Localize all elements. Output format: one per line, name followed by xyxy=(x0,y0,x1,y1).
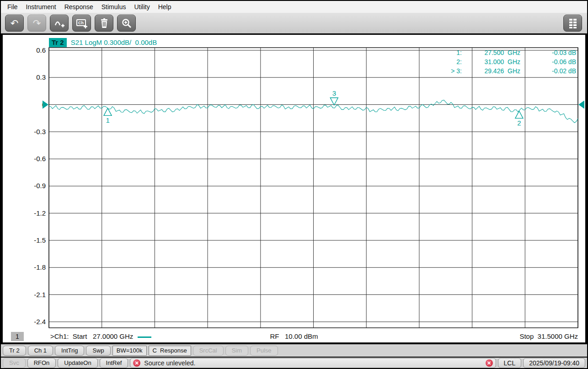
trace-badge[interactable]: Tr 2 xyxy=(49,38,67,47)
error-status-icon[interactable]: ✕ xyxy=(486,359,493,367)
start-frequency-label[interactable]: >Ch1: Start 27.0000 GHz xyxy=(50,332,151,340)
channel-window: 0.60.30-0.3-0.6-0.9-1.2-1.5-1.8-2.1-2.41… xyxy=(3,35,585,342)
stop-frequency-label[interactable]: Stop 31.5000 GHz xyxy=(519,332,578,340)
status-button-ch-1[interactable]: Ch 1 xyxy=(28,346,53,356)
marker-2-val: -0.06 dB xyxy=(520,57,576,66)
y-axis-tick-label: -0.9 xyxy=(34,182,46,190)
y-axis-tick-label: -0.6 xyxy=(34,155,46,163)
marker-readout: 1:27.500 GHz-0.03 dB2:31.000 GHz-0.06 dB… xyxy=(434,48,576,76)
measurement-plot[interactable]: 0.60.30-0.3-0.6-0.9-1.2-1.5-1.8-2.1-2.41… xyxy=(3,35,585,342)
menu-item-help[interactable]: Help xyxy=(158,3,171,11)
system-message-strip: ✕ Source unleveled. ✕ xyxy=(130,358,496,368)
status-button-inttrig[interactable]: IntTrig xyxy=(55,346,84,356)
y-axis-tick-label: -2.4 xyxy=(34,318,46,326)
undo-button[interactable]: ↶ xyxy=(5,15,24,32)
marker-3-label: 3 xyxy=(332,89,336,97)
add-channel-icon: Ch xyxy=(76,18,88,29)
menu-bar: FileInstrumentResponseStimulusUtilityHel… xyxy=(1,1,587,13)
layout-menu-button[interactable] xyxy=(563,15,582,32)
trash-icon xyxy=(99,18,109,28)
marker-2-num: 2: xyxy=(434,57,462,66)
marker-2-label: 2 xyxy=(517,119,521,127)
marker-2-freq: 31.000 GHz xyxy=(462,57,520,66)
marker-row-3: > 3:29.426 GHz-0.02 dB xyxy=(434,66,576,76)
status-button-rfon[interactable]: RFOn xyxy=(27,358,56,368)
status-button-bw-100k[interactable]: BW=100k xyxy=(112,346,147,356)
toolbar: ↶ ↷ Ch xyxy=(1,13,587,33)
status-button-intref[interactable]: IntRef xyxy=(100,358,128,368)
y-axis-tick-label: 0.6 xyxy=(36,46,46,54)
y-axis-tick-label: 0.3 xyxy=(36,73,46,81)
status-button-c-response[interactable]: C Response xyxy=(149,346,191,356)
menu-item-utility[interactable]: Utility xyxy=(134,3,150,11)
menu-item-instrument[interactable]: Instrument xyxy=(26,3,56,11)
menu-item-file[interactable]: File xyxy=(7,3,18,11)
trace-header: Tr 2 S21 LogM 0.300dB/ 0.00dB xyxy=(49,38,157,47)
status-button-svc: Svc xyxy=(3,358,26,368)
marker-1-val: -0.03 dB xyxy=(520,48,576,57)
marker-1-symbol[interactable] xyxy=(104,108,112,115)
datetime-display: 2025/09/19-09:40 xyxy=(523,358,585,368)
menu-item-response[interactable]: Response xyxy=(64,3,93,11)
zoom-in-icon xyxy=(121,18,132,29)
rf-power-label[interactable]: RF 10.00 dBm xyxy=(270,332,318,340)
status-button-updateon[interactable]: UpdateOn xyxy=(58,358,97,368)
marker-2-symbol[interactable] xyxy=(515,111,523,118)
marker-1-freq: 27.500 GHz xyxy=(462,48,520,57)
delete-button[interactable] xyxy=(95,15,113,32)
svg-text:Ch: Ch xyxy=(78,21,84,25)
y-axis-tick-label: -1.5 xyxy=(34,236,46,244)
ref-level-arrow-right[interactable] xyxy=(578,101,584,109)
add-marker-icon xyxy=(54,18,65,28)
marker-3-val: -0.02 dB xyxy=(520,66,576,76)
status-row2-buttons: SvcRFOnUpdateOnIntRef xyxy=(2,358,129,368)
marker-3-freq: 29.426 GHz xyxy=(462,66,520,76)
redo-button[interactable]: ↷ xyxy=(27,15,46,32)
y-axis-tick-label: -1.2 xyxy=(34,209,46,217)
status-button-srccal: SrcCal xyxy=(193,346,224,356)
marker-3-symbol[interactable] xyxy=(330,98,338,105)
redo-icon: ↷ xyxy=(33,18,41,29)
status-button-swp[interactable]: Swp xyxy=(86,346,110,356)
status-button-pulse: Pulse xyxy=(250,346,278,356)
stimulus-bar: >Ch1: Start 27.0000 GHz RF 10.00 dBm Sto… xyxy=(3,332,585,342)
y-axis-tick-label: -0.3 xyxy=(34,128,46,136)
status-bar-row2: SvcRFOnUpdateOnIntRef ✕ Source unleveled… xyxy=(1,358,587,368)
marker-row-1: 1:27.500 GHz-0.03 dB xyxy=(434,48,576,57)
marker-3-num: > 3: xyxy=(434,66,462,76)
menu-item-stimulus[interactable]: Stimulus xyxy=(102,3,126,11)
error-icon: ✕ xyxy=(133,359,140,367)
status-button-tr-2[interactable]: Tr 2 xyxy=(3,346,26,356)
status-bar-row1: Tr 2Ch 1IntTrigSwpBW=100kC ResponseSrcCa… xyxy=(1,344,587,357)
lcl-button[interactable]: LCL xyxy=(498,358,522,368)
marker-1-label: 1 xyxy=(106,116,109,124)
layout-grid-icon xyxy=(568,18,577,29)
add-marker-button[interactable] xyxy=(50,15,69,32)
y-axis-tick-label: -2.1 xyxy=(34,291,46,298)
trace-color-dash xyxy=(138,336,151,338)
marker-row-2: 2:31.000 GHz-0.06 dB xyxy=(434,57,576,66)
status-button-sim: Sim xyxy=(225,346,248,356)
marker-1-num: 1: xyxy=(434,48,462,57)
zoom-button[interactable] xyxy=(117,15,136,32)
add-channel-button[interactable]: Ch xyxy=(72,15,91,32)
system-message: Source unleveled. xyxy=(144,359,485,367)
undo-icon: ↶ xyxy=(11,18,19,29)
y-axis-tick-label: -1.8 xyxy=(34,263,46,271)
trace-title: S21 LogM 0.300dB/ 0.00dB xyxy=(71,38,157,46)
vna-application-window: FileInstrumentResponseStimulusUtilityHel… xyxy=(0,0,588,369)
